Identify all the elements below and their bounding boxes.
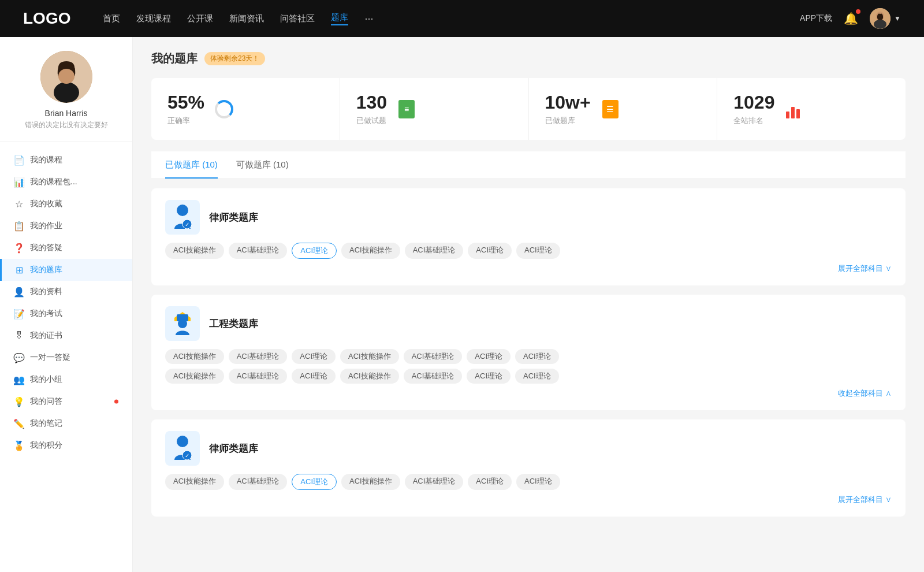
nav-open-course[interactable]: 公开课 — [187, 13, 213, 24]
ranking-label: 全站排名 — [733, 116, 774, 126]
sidebar-item-homework[interactable]: 📋 我的作业 — [0, 215, 132, 237]
eng-tag-4[interactable]: ACI基础理论 — [404, 349, 463, 364]
chart-bar-icon: 📊 — [14, 177, 24, 187]
sidebar-item-groups[interactable]: 👥 我的小组 — [0, 369, 132, 391]
tab-row: 已做题库 (10) 可做题库 (10) — [151, 151, 906, 179]
stat-questions-done: 130 已做试题 — [340, 78, 529, 140]
banks-done-value: 10w+ — [545, 92, 591, 113]
main-content: 我的题库 体验剩余23天！ 55% 正确率 130 已做试题 — [133, 37, 924, 572]
law2-tag-6[interactable]: ACI理论 — [516, 474, 560, 490]
exam-icon: 📝 — [14, 309, 24, 319]
accuracy-value: 55% — [167, 92, 204, 113]
law2-tag-4[interactable]: ACI基础理论 — [405, 474, 464, 490]
chart-bar-2 — [791, 107, 795, 118]
sidebar-item-qa[interactable]: ❓ 我的答疑 — [0, 237, 132, 259]
nav-home[interactable]: 首页 — [103, 13, 120, 24]
eng-tag2-6[interactable]: ACI理论 — [515, 369, 559, 384]
qbank-title-1: 律师类题库 — [209, 211, 258, 224]
sidebar-item-questions[interactable]: 💡 我的问答 — [0, 391, 132, 413]
avatar-chevron-icon: ▼ — [894, 14, 901, 23]
qbank-tags-1: ACI技能操作 ACI基础理论 ACI理论 ACI技能操作 ACI基础理论 AC… — [165, 243, 892, 259]
tab-available-banks[interactable]: 可做题库 (10) — [236, 151, 289, 179]
sidebar-item-tutor[interactable]: 💬 一对一答疑 — [0, 347, 132, 369]
sheet-doc-icon — [398, 100, 415, 118]
eng-tag2-3[interactable]: ACI技能操作 — [340, 369, 399, 384]
expand-link-3[interactable]: 展开全部科目 ∨ — [165, 495, 892, 505]
qbank-header-3: ✓ 律师类题库 — [165, 431, 892, 466]
notification-bell[interactable]: 🔔 — [844, 12, 858, 25]
nav-qa[interactable]: 问答社区 — [280, 13, 315, 24]
homework-icon: 📋 — [14, 221, 24, 231]
sidebar-item-profile[interactable]: 👤 我的资料 — [0, 281, 132, 303]
law2-tag-1[interactable]: ACI基础理论 — [229, 474, 288, 490]
chat-icon: 💬 — [14, 352, 24, 363]
eng-tag2-1[interactable]: ACI基础理论 — [229, 369, 288, 384]
law2-tag-2[interactable]: ACI理论 — [292, 474, 337, 490]
eng-tag2-2[interactable]: ACI理论 — [292, 369, 336, 384]
group-icon: 👥 — [14, 374, 24, 385]
sidebar-item-qbank[interactable]: ⊞ 我的题库 — [0, 259, 132, 281]
user-avatar-button[interactable]: ▼ — [870, 8, 901, 29]
sidebar-item-my-courses[interactable]: 📄 我的课程 — [0, 149, 132, 171]
app-download-button[interactable]: APP下载 — [800, 13, 832, 24]
eng-tag-6[interactable]: ACI理论 — [515, 349, 559, 364]
tag-0[interactable]: ACI技能操作 — [165, 243, 224, 259]
questions-notification-dot — [114, 400, 118, 404]
notification-badge — [856, 9, 860, 14]
sidebar-item-certificate[interactable]: 🎖 我的证书 — [0, 325, 132, 347]
tag-4[interactable]: ACI基础理论 — [405, 243, 464, 259]
sidebar-item-notes[interactable]: ✏️ 我的笔记 — [0, 413, 132, 434]
eng-tag2-4[interactable]: ACI基础理论 — [404, 369, 463, 384]
tag-2[interactable]: ACI理论 — [292, 243, 337, 259]
tab-done-banks[interactable]: 已做题库 (10) — [165, 151, 218, 179]
engineer-svg-icon — [170, 310, 195, 337]
qbank-header-2: 工程类题库 — [165, 306, 892, 341]
qbank-tags-2: ACI技能操作 ACI基础理论 ACI理论 ACI技能操作 ACI基础理论 AC… — [165, 349, 892, 364]
eng-tag-3[interactable]: ACI技能操作 — [340, 349, 399, 364]
eng-tag-5[interactable]: ACI理论 — [467, 349, 511, 364]
eng-tag2-0[interactable]: ACI技能操作 — [165, 369, 224, 384]
svg-point-12 — [177, 436, 188, 447]
page-title: 我的题库 — [151, 51, 198, 66]
tag-6[interactable]: ACI理论 — [516, 243, 560, 259]
avatar — [870, 8, 891, 29]
tag-3[interactable]: ACI技能操作 — [341, 243, 400, 259]
accuracy-icon — [214, 99, 234, 120]
eng-tag-0[interactable]: ACI技能操作 — [165, 349, 224, 364]
note-icon: ✏️ — [14, 418, 24, 429]
law2-tag-5[interactable]: ACI理论 — [468, 474, 512, 490]
logo: LOGO — [23, 9, 70, 28]
nav-courses[interactable]: 发现课程 — [136, 13, 171, 24]
collapse-link-2[interactable]: 收起全部科目 ∧ — [165, 388, 892, 399]
person-icon: 👤 — [14, 287, 24, 297]
tag-1[interactable]: ACI基础理论 — [229, 243, 288, 259]
questions-done-icon — [396, 99, 417, 120]
svg-point-5 — [54, 82, 79, 103]
eng-tag2-5[interactable]: ACI理论 — [467, 369, 511, 384]
navbar: LOGO 首页 发现课程 公开课 新闻资讯 问答社区 题库 ··· APP下载 … — [0, 0, 924, 37]
nav-news[interactable]: 新闻资讯 — [229, 13, 264, 24]
nav-more[interactable]: ··· — [364, 13, 373, 25]
nav-qbank[interactable]: 题库 — [331, 12, 348, 25]
ranking-icon — [784, 99, 804, 120]
qbank-icon-lawyer-2: ✓ — [165, 431, 200, 466]
sidebar-item-course-packages[interactable]: 📊 我的课程包... — [0, 171, 132, 193]
questions-done-label: 已做试题 — [356, 116, 387, 126]
expand-link-1[interactable]: 展开全部科目 ∨ — [165, 263, 892, 274]
eng-tag-2[interactable]: ACI理论 — [292, 349, 336, 364]
law2-tag-3[interactable]: ACI技能操作 — [341, 474, 400, 490]
sidebar-item-exam[interactable]: 📝 我的考试 — [0, 303, 132, 325]
certificate-icon: 🎖 — [14, 330, 24, 341]
list-doc-icon — [602, 100, 619, 118]
sidebar-item-favorites[interactable]: ☆ 我的收藏 — [0, 193, 132, 215]
nav-menu: 首页 发现课程 公开课 新闻资讯 问答社区 题库 ··· — [103, 12, 781, 25]
sidebar-menu: 📄 我的课程 📊 我的课程包... ☆ 我的收藏 📋 我的作业 ❓ 我的答疑 ⊞ — [0, 149, 132, 456]
qbank-icon-lawyer-1: ✓ — [165, 200, 200, 235]
tag-5[interactable]: ACI理论 — [468, 243, 512, 259]
accuracy-label: 正确率 — [167, 116, 204, 126]
sidebar-item-points[interactable]: 🏅 我的积分 — [0, 434, 132, 456]
law2-tag-0[interactable]: ACI技能操作 — [165, 474, 224, 490]
eng-tag-1[interactable]: ACI基础理论 — [229, 349, 288, 364]
bar-chart-icon — [786, 100, 802, 118]
ranking-value: 1029 — [733, 92, 774, 113]
